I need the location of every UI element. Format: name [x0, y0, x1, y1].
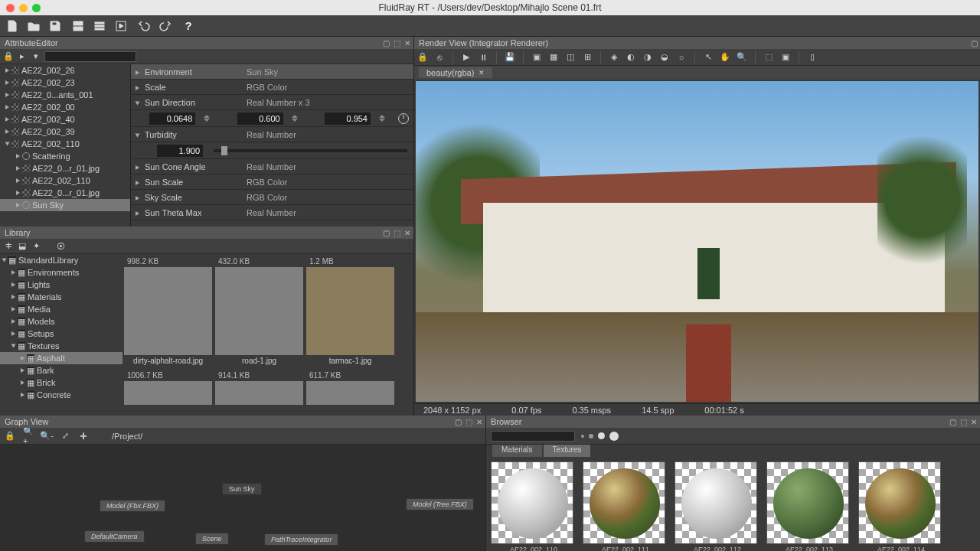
expand-icon[interactable]: ▸: [17, 51, 28, 62]
save-file-icon[interactable]: [47, 18, 63, 34]
number-input[interactable]: [237, 112, 283, 125]
library-tree-item[interactable]: ▦Models: [0, 315, 122, 328]
lock-icon[interactable]: 🔒: [5, 431, 15, 442]
cursor-icon[interactable]: ↖: [703, 52, 714, 63]
library-tree-item[interactable]: ▦Asphalt: [0, 352, 122, 364]
view-quad-icon[interactable]: ⊞: [582, 52, 593, 63]
panel-pin-icon[interactable]: ⬚: [959, 417, 968, 426]
tree-item[interactable]: AE22_002_39: [0, 126, 130, 138]
render-tab-beauty[interactable]: beauty(rgba) ✕: [419, 67, 492, 78]
library-tree-item[interactable]: ▦Textures: [0, 340, 122, 352]
help-icon[interactable]: ?: [181, 18, 196, 34]
slider[interactable]: [214, 149, 407, 152]
window-maximize-button[interactable]: [32, 4, 41, 12]
texture-thumbnail[interactable]: 1006.7 KB: [124, 370, 212, 405]
tree-item[interactable]: AE22_002_00: [0, 101, 130, 113]
material-thumbnail[interactable]: AE22_002_110: [491, 461, 577, 546]
tree-item[interactable]: AE22_002_26: [0, 64, 130, 77]
zoom-in-icon[interactable]: 🔍+: [23, 431, 34, 442]
property-row[interactable]: Sun ScaleRGB Color: [131, 174, 413, 190]
zoom-out-icon[interactable]: 🔍-: [41, 431, 52, 442]
material-thumbnail[interactable]: AE22_002_113: [766, 461, 852, 546]
overlay-icon[interactable]: ◈: [609, 52, 619, 63]
library-tree-item[interactable]: ▦Environments: [0, 266, 122, 279]
view-single-icon[interactable]: ▣: [531, 52, 542, 63]
tree-item[interactable]: AE22_002_40: [0, 113, 130, 126]
property-row[interactable]: TurbidityReal Number: [131, 127, 413, 142]
graph-node[interactable]: Sun Sky: [222, 483, 262, 495]
thumbnail-size-selector[interactable]: [581, 432, 619, 441]
settings-icon[interactable]: [92, 18, 107, 34]
spinner-icon[interactable]: [200, 113, 214, 124]
share-icon[interactable]: ⦿: [55, 241, 66, 252]
window-minimize-button[interactable]: [19, 4, 28, 12]
pan-icon[interactable]: ✋: [720, 52, 730, 63]
browser-search-input[interactable]: [491, 431, 575, 442]
material-thumbnail[interactable]: AE22_002_111: [583, 461, 668, 546]
zoom-icon[interactable]: 🔍: [737, 52, 747, 63]
panel-close-icon[interactable]: ✕: [403, 228, 412, 237]
panel-close-icon[interactable]: ✕: [969, 417, 978, 426]
graph-node[interactable]: Model (Fbx.FBX): [100, 500, 165, 512]
panel-close-icon[interactable]: ✕: [475, 417, 484, 426]
render-viewport[interactable]: [416, 81, 978, 402]
graph-canvas[interactable]: Sun SkyModel (Fbx.FBX)Model (Tree.FBX)De…: [0, 445, 485, 551]
layout-icon[interactable]: [70, 18, 86, 34]
library-tree[interactable]: ▦StandardLibrary▦Environments▦Lights▦Mat…: [0, 254, 122, 405]
spinner-icon[interactable]: [288, 113, 302, 124]
tree-item[interactable]: AE22_0...r_01.jpg: [0, 187, 130, 199]
view-grid-icon[interactable]: ▦: [548, 52, 559, 63]
library-tree-item[interactable]: ▦Setups: [0, 328, 122, 340]
library-tree-item[interactable]: ▦Materials: [0, 291, 122, 303]
play-icon[interactable]: [113, 18, 129, 34]
material-thumbnail[interactable]: AE22_002_112: [675, 461, 760, 546]
channel-g-icon[interactable]: ◒: [659, 52, 670, 63]
tree-item[interactable]: AE22_0...ants_001: [0, 89, 130, 101]
info-icon[interactable]: ▯: [807, 52, 818, 63]
texture-thumbnail[interactable]: 914.1 KB: [215, 370, 303, 405]
property-row[interactable]: Sky ScaleRGB Color: [131, 190, 413, 205]
environment-header[interactable]: Environment Sun Sky: [131, 64, 413, 80]
scene-tree[interactable]: AE22_002_26AE22_002_23AE22_0...ants_001A…: [0, 64, 130, 227]
library-tree-item[interactable]: ▦StandardLibrary: [0, 254, 122, 266]
graph-node[interactable]: PathTraceIntegrator: [264, 533, 338, 546]
panel-close-icon[interactable]: ✕: [403, 38, 412, 47]
library-tree-item[interactable]: ▦Concrete: [0, 389, 122, 401]
graph-node[interactable]: DefaultCamera: [84, 530, 145, 543]
panel-max-icon[interactable]: ▢: [969, 38, 978, 47]
texture-thumbnail[interactable]: 998.2 KBdirty-alphalt-road.jpg: [124, 256, 212, 367]
tree-item[interactable]: AE22_002_23: [0, 77, 130, 89]
material-thumbnail[interactable]: AE22_002_114: [858, 461, 944, 546]
number-input[interactable]: [149, 112, 195, 125]
spinner-icon[interactable]: [375, 113, 389, 124]
crop-icon[interactable]: ▣: [780, 52, 791, 63]
browser-tab[interactable]: Materials: [492, 445, 542, 457]
property-row[interactable]: Sun Theta MaxReal Number: [131, 205, 413, 220]
tree-item[interactable]: Sun Sky: [0, 199, 130, 211]
panel-max-icon[interactable]: ▢: [453, 417, 462, 426]
property-row[interactable]: Sun DirectionReal Number x 3: [131, 95, 413, 110]
library-tree-item[interactable]: ▦Media: [0, 303, 122, 315]
panel-max-icon[interactable]: ▢: [381, 38, 390, 47]
clock-icon[interactable]: [398, 113, 409, 124]
filter-icon[interactable]: ▾: [31, 51, 41, 62]
browser-grid[interactable]: AE22_002_110AE22_002_111AE22_002_112AE22…: [486, 457, 980, 551]
library-tree-item[interactable]: ▦Lights: [0, 279, 122, 291]
library-thumbnails[interactable]: 998.2 KBdirty-alphalt-road.jpg432.0 KBro…: [122, 254, 413, 405]
panel-pin-icon[interactable]: ⬚: [392, 38, 401, 47]
tree-item[interactable]: AE22_0...r_01.jpg: [0, 162, 130, 174]
lock-icon[interactable]: 🔒: [3, 51, 14, 62]
open-file-icon[interactable]: [26, 18, 41, 34]
tree-item[interactable]: Scattering: [0, 150, 130, 162]
add-node-icon[interactable]: +: [78, 431, 89, 442]
library-tree-item[interactable]: ▦Brick: [0, 377, 122, 389]
panel-max-icon[interactable]: ▢: [948, 417, 957, 426]
texture-thumbnail[interactable]: 432.0 KBroad-1.jpg: [215, 256, 303, 367]
panel-pin-icon[interactable]: ⬚: [392, 228, 401, 237]
save-render-icon[interactable]: 💾: [505, 52, 515, 63]
tree-item[interactable]: AE22_002_110: [0, 138, 130, 150]
exposure-icon[interactable]: ◐: [626, 52, 636, 63]
lib-tool-2-icon[interactable]: ⬓: [17, 241, 28, 252]
redo-icon[interactable]: [158, 18, 173, 34]
property-row[interactable]: ScaleRGB Color: [131, 80, 413, 95]
